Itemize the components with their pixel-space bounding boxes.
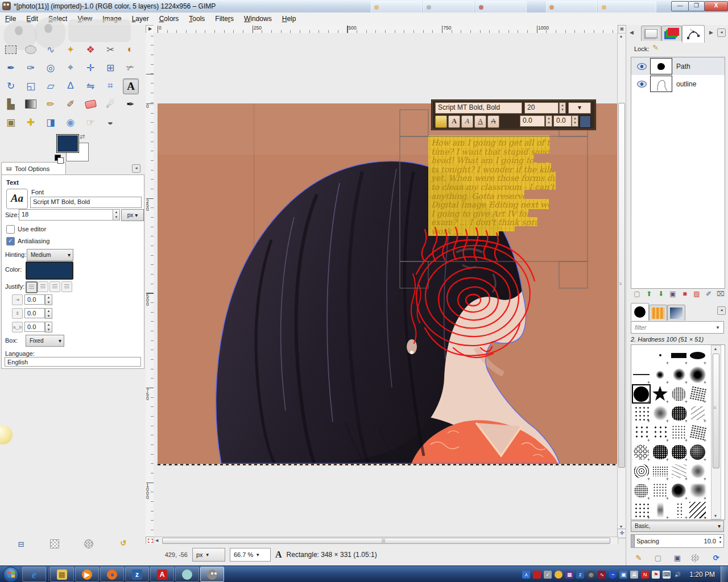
tab-layers[interactable]	[641, 26, 661, 41]
horizontal-ruler[interactable]: 02505007501000	[154, 25, 617, 34]
taskbar-app-firefox[interactable]: ●	[100, 567, 124, 582]
bold-button[interactable]: A	[448, 115, 460, 128]
justify-fill-button[interactable]	[61, 281, 72, 292]
tool-rotate[interactable]: ↻	[3, 78, 18, 93]
tool-dodge-burn[interactable]: ◒	[103, 115, 118, 130]
tray-adobe-updater[interactable]	[533, 571, 541, 579]
path-row-outline[interactable]: outline	[631, 75, 725, 93]
delete-path-button[interactable]: ⌧	[715, 289, 726, 299]
tray-lens-app[interactable]: ◎	[587, 571, 595, 579]
floating-text-toolbar[interactable]: Script MT Bold, Bold 20 ▲▼ ▾ A A A A 0.0…	[431, 99, 596, 130]
tool-free-select[interactable]: ∿	[43, 42, 58, 57]
justify-right-button[interactable]	[38, 281, 48, 292]
paths-list[interactable]: Pathoutline	[631, 57, 725, 289]
brush-cell[interactable]	[669, 404, 688, 423]
brush-cell[interactable]	[632, 404, 651, 423]
tool-paintbrush[interactable]: ✐	[63, 97, 78, 111]
float-size-spinner[interactable]: ▲▼	[559, 102, 566, 114]
path-thumbnail[interactable]	[650, 76, 672, 92]
float-font-dropdown[interactable]: ▾	[568, 102, 591, 114]
tool-zoom[interactable]: ◎	[43, 60, 58, 75]
minimize-button[interactable]: —	[671, 1, 689, 11]
tray-wave-app[interactable]: ~	[609, 571, 617, 579]
brush-cell[interactable]	[651, 442, 669, 462]
menu-tools[interactable]: Tools	[184, 13, 210, 24]
brush-cell[interactable]	[632, 365, 651, 384]
tool-select-by-color[interactable]: ❖	[83, 42, 98, 57]
tool-measure[interactable]: ⌖	[63, 60, 78, 75]
visibility-eye-icon[interactable]	[637, 63, 647, 70]
tab-patterns[interactable]	[649, 305, 667, 321]
refresh-brushes-button[interactable]: ⟳	[710, 552, 722, 564]
taskbar-app-internet-explorer[interactable]: e	[22, 567, 46, 582]
stroke-path-button[interactable]: ✐	[704, 289, 714, 299]
tray-netsupport[interactable]: N	[641, 571, 649, 579]
canvas-viewport[interactable]: How am I going to get all of this done i…	[154, 33, 617, 537]
visibility-eye-icon[interactable]	[637, 81, 647, 88]
tool-ink[interactable]: ✒	[123, 97, 138, 111]
tray-usb-device[interactable]: ✓	[544, 571, 552, 579]
path-to-selection-button[interactable]: ■	[680, 289, 690, 299]
path-thumbnail[interactable]	[650, 58, 672, 74]
antialiasing-checkbox[interactable]: ✓	[6, 237, 15, 246]
brush-cell[interactable]	[651, 365, 669, 384]
tab-brushes[interactable]	[631, 303, 649, 321]
float-font-field[interactable]: Script MT Bold, Bold	[435, 102, 522, 114]
tray-clock-app[interactable]	[555, 571, 562, 579]
new-path-button[interactable]: ▢	[632, 289, 642, 299]
tool-text[interactable]: A	[123, 78, 139, 94]
float-kerning-field[interactable]: 0.0	[553, 115, 572, 127]
tool-shear[interactable]: ▱	[43, 78, 58, 93]
default-colors-icon[interactable]	[55, 155, 61, 161]
float-text-color-swatch[interactable]	[580, 115, 591, 128]
tool-perspective[interactable]: ∆	[63, 78, 78, 93]
unit-dropdown[interactable]: px▼	[192, 548, 225, 562]
horizontal-scroll-thumb[interactable]	[162, 538, 610, 544]
vertical-scrollbar[interactable]: ▲ ≡ ▼	[617, 33, 626, 530]
brush-filter-input[interactable]: filter ▼	[631, 321, 724, 334]
scroll-up-arrow[interactable]: ▲	[618, 34, 624, 38]
tool-ellipse-select[interactable]	[23, 42, 38, 57]
brush-group-dropdown[interactable]: Basic,▾	[631, 521, 724, 532]
brush-scroll-up[interactable]: ▲	[712, 347, 719, 351]
taskbar-app-remote-monitor[interactable]: z	[125, 567, 149, 582]
indent-field[interactable]: 0.0	[24, 294, 45, 305]
brush-cell[interactable]	[669, 442, 688, 462]
tool-smudge[interactable]: ☞	[83, 115, 98, 130]
delete-tool-preset-button[interactable]	[84, 539, 93, 548]
tool-scissors-select[interactable]: ✂	[103, 42, 118, 57]
menu-filters[interactable]: Filters	[210, 13, 239, 24]
spacing-slider[interactable]: Spacing 10.0 ▲▼	[631, 534, 724, 548]
brush-cell[interactable]	[632, 442, 651, 462]
tab-channels[interactable]	[661, 26, 682, 41]
tool-foreground-select[interactable]: ◐	[123, 42, 138, 57]
brush-cell[interactable]	[669, 500, 688, 519]
brush-cell[interactable]	[669, 423, 688, 442]
vertical-ruler[interactable]: 02 5 05 0 07 5 01 0 0 0	[146, 33, 154, 537]
restore-button[interactable]: ❐	[688, 1, 705, 11]
menu-colors[interactable]: Colors	[154, 13, 184, 24]
brush-cell[interactable]	[651, 500, 669, 519]
tool-heal[interactable]: ✚	[23, 115, 38, 130]
font-name-field[interactable]: Script MT Bold, Bold	[30, 197, 142, 208]
brush-scroll-thumb[interactable]	[713, 354, 719, 468]
taskbar-app-adobe-reader[interactable]: A	[150, 567, 174, 582]
tray-volume[interactable]: 🔊	[673, 571, 681, 579]
show-desktop-button[interactable]	[721, 566, 728, 582]
tool-eraser[interactable]	[83, 97, 98, 111]
size-field[interactable]: 18	[19, 209, 113, 221]
scroll-down-arrow[interactable]: ▼	[618, 525, 624, 529]
brush-scroll-down[interactable]: ▼	[712, 514, 719, 518]
brush-cell[interactable]	[688, 404, 707, 423]
brush-cell[interactable]	[669, 346, 688, 365]
brush-cell[interactable]	[632, 346, 651, 365]
tool-flip[interactable]: ⇋	[83, 78, 98, 93]
taskbar-clock[interactable]: 1:20 PM	[684, 571, 721, 579]
tab-paths[interactable]	[682, 25, 705, 43]
tool-rectangle-select[interactable]	[3, 42, 18, 57]
brush-cell[interactable]	[688, 346, 707, 365]
brush-cell[interactable]	[669, 384, 688, 404]
duplicate-path-button[interactable]: ▣	[668, 289, 678, 299]
hinting-dropdown[interactable]: Medium▾	[27, 249, 73, 261]
tray-color-blocks[interactable]: ▦	[565, 571, 573, 579]
